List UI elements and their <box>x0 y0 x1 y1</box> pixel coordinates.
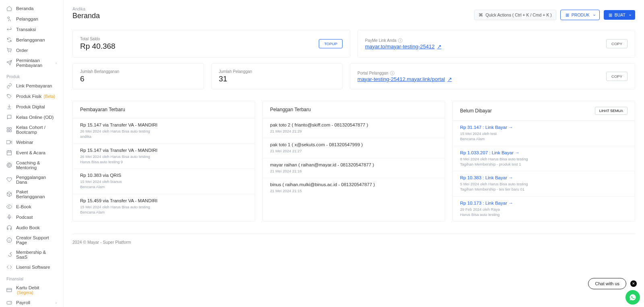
list-item[interactable]: mayar raihan ( raihan@mayar.id - 0813205… <box>263 158 445 178</box>
sidebar-item-order[interactable]: Order <box>0 45 63 56</box>
item-meta: 21 Mei 2024 21:29 <box>270 129 438 134</box>
sidebar-item-paket-berlangganan[interactable]: Paket Berlangganan <box>0 187 63 201</box>
external-link-icon: ↗ <box>437 44 442 50</box>
payme-link[interactable]: mayar.to/mayar-testing-25412 ↗ <box>365 44 442 50</box>
berlangganan-value: 6 <box>80 75 196 83</box>
nav-label: Kelas Cohort / Bootcamp <box>16 125 57 135</box>
book-icon <box>6 114 12 120</box>
sidebar-item-permintaan-pembayaran[interactable]: Permintaan Pembayaran› <box>0 56 63 70</box>
item-title: Rp 15.459 via Transfer VA - MANDIRI <box>80 198 248 203</box>
sidebar-item-lisensi-software[interactable]: Lisensi Software <box>0 262 63 272</box>
produk-dropdown-button[interactable]: ⊞ PRODUK <box>560 10 600 20</box>
quick-actions-button[interactable]: ⌘ Quick Actions ( Ctrl + K / Cmd + K ) <box>474 10 556 20</box>
berlangganan-label: Jumlah Berlangganan <box>80 69 196 74</box>
copy-portal-button[interactable]: COPY <box>606 72 627 81</box>
nav-label: Payroll <box>16 300 30 305</box>
sidebar-item-membership-saas[interactable]: Membership & SaaS <box>0 247 63 262</box>
list-item[interactable]: Rp 10.173 : Link Bayar →29 Feb 2024 oleh… <box>453 197 635 222</box>
section-produk: Produk <box>0 70 63 81</box>
see-all-button[interactable]: LIHAT SEMUA <box>595 107 627 115</box>
sidebar-item-kelas-online-od-[interactable]: Kelas Online (OD) <box>0 112 63 122</box>
portal-card: Portal Pelanggan i mayar-testing-25412.m… <box>350 63 635 89</box>
list-item[interactable]: Rp 10.383 via QRIS15 Mei 2024 oleh bianu… <box>73 169 255 194</box>
saldo-value: Rp 40.368 <box>80 42 116 51</box>
item-meta: 8 Mei 2024 oleh Harus Bisa auto testing <box>460 156 627 162</box>
nav-label: Produk Fisik (Beta) <box>16 94 55 99</box>
pay-link[interactable]: Rp 31.147 : Link Bayar → <box>460 125 513 130</box>
list-item[interactable]: Rp 1.033.207 : Link Bayar →8 Mei 2024 ol… <box>453 146 635 172</box>
payments-title: Pembayaran Terbaru <box>80 107 125 112</box>
nav-label: Audio Book <box>16 225 40 230</box>
list-item[interactable]: binus ( raihan.mulki@binus.ac.id - 08132… <box>263 178 445 197</box>
portal-link[interactable]: mayar-testing-25412.mayar.link/portal ↗ <box>357 76 452 82</box>
sidebar-item-payroll[interactable]: Payroll› <box>0 297 63 307</box>
chat-pill[interactable]: Chat with us <box>588 278 626 289</box>
item-title: Rp 10.383 : Link Bayar → <box>460 175 627 180</box>
sidebar-item-webinar[interactable]: Webinar <box>0 137 63 147</box>
sidebar-item-link-pembayaran[interactable]: Link Pembayaran <box>0 81 63 91</box>
buat-dropdown-button[interactable]: ⊞ BUAT <box>604 10 635 20</box>
list-item[interactable]: Rp 15.147 via Transfer VA - MANDIRI26 Me… <box>73 144 255 169</box>
external-link-icon: ↗ <box>448 76 452 82</box>
item-meta: 21 Mei 2024 21:16 <box>270 168 438 174</box>
sidebar-item-creator-support-page[interactable]: Creator Support Page <box>0 233 63 247</box>
list-item[interactable]: Rp 15.459 via Transfer VA - MANDIRI15 Me… <box>73 194 255 219</box>
topup-button[interactable]: TOPUP <box>319 39 343 48</box>
unpaid-title: Belum Dibayar <box>460 108 492 114</box>
tag-icon <box>6 93 12 99</box>
video-icon <box>6 139 12 145</box>
whatsapp-fab[interactable] <box>625 290 640 305</box>
chat-label: Chat with us <box>595 281 619 286</box>
arrows-icon <box>6 27 12 32</box>
chevron-right-icon: › <box>56 61 57 65</box>
nav-label: Creator Support Page <box>16 235 57 245</box>
item-title: mayar raihan ( raihan@mayar.id - 0813205… <box>270 162 438 167</box>
card-icon <box>6 287 12 293</box>
item-meta2: Tagihan Membership - tes tier baru 01 <box>460 187 627 192</box>
list-item[interactable]: Rp 31.147 : Link Bayar →15 Mei 2024 oleh… <box>453 121 635 146</box>
pay-link[interactable]: Rp 1.033.207 : Link Bayar → <box>460 150 520 155</box>
sidebar-item-berlangganan[interactable]: Berlangganan <box>0 35 63 45</box>
sidebar-item-pelanggan[interactable]: Pelanggan <box>0 14 63 24</box>
customers-title: Pelanggan Terbaru <box>270 107 311 112</box>
sidebar-item-kelas-cohort-bootcamp[interactable]: Kelas Cohort / Bootcamp <box>0 122 63 137</box>
columns-section: Pembayaran Terbaru Rp 15.147 via Transfe… <box>72 101 635 222</box>
pay-link[interactable]: Rp 10.383 : Link Bayar → <box>460 175 513 180</box>
item-meta: 29 Feb 2024 oleh Raya <box>460 207 627 212</box>
list-item[interactable]: pak toto 1 ( x@sekuts.com - 081320547999… <box>263 138 445 158</box>
item-title: binus ( raihan.mulki@binus.ac.id - 08132… <box>270 182 438 187</box>
list-item[interactable]: Rp 10.383 : Link Bayar →5 Mei 2024 oleh … <box>453 171 635 197</box>
wallet-icon <box>6 300 12 305</box>
unpaid-card: Belum Dibayar LIHAT SEMUA Rp 31.147 : Li… <box>452 101 635 222</box>
sidebar-item-coaching-mentoring[interactable]: Coaching & Mentoring <box>0 158 63 172</box>
sidebar-item-penggalangan-dana[interactable]: Penggalangan Dana <box>0 172 63 187</box>
sidebar-item-kartu-debit[interactable]: Kartu Debit (Segera) <box>0 283 63 297</box>
sidebar-item-event-acara[interactable]: Event & Acara <box>0 147 63 158</box>
info-icon[interactable]: i <box>398 38 402 43</box>
heart-icon <box>6 177 12 183</box>
pelanggan-card: Jumlah Pelanggan 31 <box>211 63 343 89</box>
sidebar-item-podcast[interactable]: Podcast <box>0 212 63 222</box>
info-icon[interactable]: i <box>390 71 394 75</box>
total-saldo-card: Total Saldo Rp 40.368 TOPUP <box>72 30 350 58</box>
sidebar-item-beranda[interactable]: Beranda <box>0 3 63 14</box>
list-item[interactable]: pak toto 2 ( frianto@skiff.com - 0813205… <box>263 118 445 138</box>
chat-close-button[interactable]: ✕ <box>630 280 637 287</box>
nav-label: Transaksi <box>16 27 36 32</box>
eye-icon <box>6 204 12 210</box>
sidebar-item-e-book[interactable]: E-Book <box>0 201 63 212</box>
package-icon <box>6 191 12 197</box>
sidebar-item-audio-book[interactable]: Audio Book <box>0 222 63 233</box>
mic-icon <box>6 214 12 220</box>
pay-link[interactable]: Rp 10.173 : Link Bayar → <box>460 201 513 205</box>
copy-payme-button[interactable]: COPY <box>606 39 627 48</box>
sidebar-item-produk-digital[interactable]: Produk Digital <box>0 102 63 112</box>
list-item[interactable]: Rp 15.147 via Transfer VA - MANDIRI26 Me… <box>73 118 255 144</box>
customers-card: Pelanggan Terbaru pak toto 2 ( frianto@s… <box>262 101 445 222</box>
breadcrumb-text: Andika <box>72 6 85 11</box>
item-meta: 21 Mei 2024 21:15 <box>270 188 438 193</box>
nav-label: Lisensi Software <box>16 265 50 270</box>
item-meta: 21 Mei 2024 21:27 <box>270 148 438 154</box>
sidebar-item-transaksi[interactable]: Transaksi <box>0 24 63 35</box>
sidebar-item-produk-fisik[interactable]: Produk Fisik (Beta) <box>0 91 63 102</box>
